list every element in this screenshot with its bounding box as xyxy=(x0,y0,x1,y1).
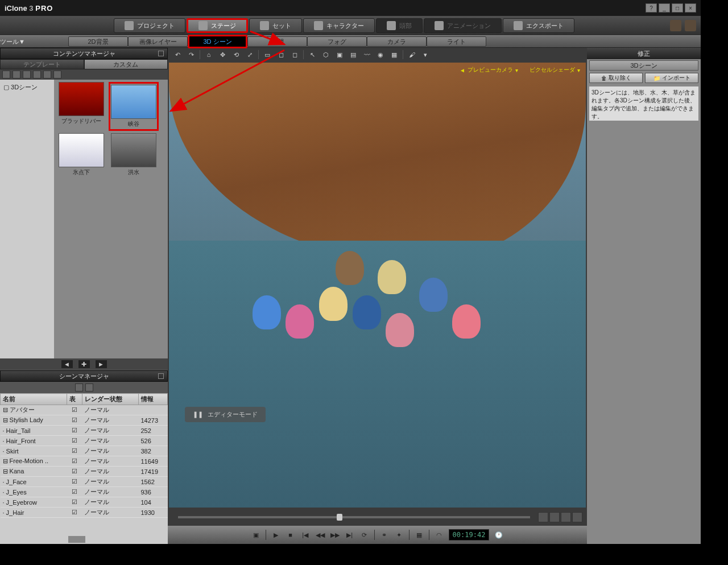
rotate-icon[interactable]: ⟲ xyxy=(231,50,241,60)
select-icon[interactable]: ▭ xyxy=(262,50,272,60)
table-row[interactable]: · J_Face☑ノーマル1562 xyxy=(1,477,168,487)
help-button[interactable]: ? xyxy=(646,3,657,13)
table-row[interactable]: · Skirt☑ノーマル382 xyxy=(1,446,168,456)
remove-button[interactable]: 🗑 取り除く xyxy=(589,73,643,83)
camera-icon[interactable]: ◠ xyxy=(434,530,444,540)
sm-toolbar-btn[interactable] xyxy=(85,383,93,391)
visibility-checkbox[interactable]: ☑ xyxy=(67,426,82,436)
main-tab-1[interactable]: ステージ xyxy=(187,18,248,33)
visibility-checkbox[interactable]: ☑ xyxy=(67,497,82,508)
h-scrollbar[interactable] xyxy=(0,535,168,544)
tool-icon[interactable]: ▤ xyxy=(348,50,358,60)
last-icon[interactable]: ▶| xyxy=(345,530,355,540)
pick-icon[interactable]: ↖ xyxy=(307,50,317,60)
sub-tab-3[interactable]: 空間 xyxy=(247,36,307,47)
column-header[interactable]: 表 xyxy=(67,394,82,405)
scale-icon[interactable]: ⤢ xyxy=(245,50,255,60)
add-button[interactable]: ✚ xyxy=(78,360,90,368)
cm-tab-1[interactable]: カスタム xyxy=(84,59,168,69)
table-row[interactable]: · Hair_Front☑ノーマル526 xyxy=(1,436,168,446)
table-row[interactable]: ⊟ Kana☑ノーマル17419 xyxy=(1,467,168,477)
play-icon[interactable]: ▶ xyxy=(271,530,281,540)
stop-icon[interactable]: ■ xyxy=(286,530,296,540)
thumbnail-3[interactable]: 洪水 xyxy=(109,133,159,176)
sub-tab-0[interactable]: 2D背景 xyxy=(68,36,128,47)
cm-tab-0[interactable]: テンプレート xyxy=(0,59,84,69)
tree-item-3dscene[interactable]: ▢ 3Dシーン xyxy=(2,82,52,93)
import-button[interactable]: 📁 インポート xyxy=(645,73,698,83)
timeline[interactable] xyxy=(168,509,587,526)
move-icon[interactable]: ✥ xyxy=(217,50,228,60)
visibility-checkbox[interactable]: ☑ xyxy=(67,405,82,415)
table-row[interactable]: · J_Hair☑ノーマル1930 xyxy=(1,508,168,518)
visibility-checkbox[interactable]: ☑ xyxy=(67,456,82,467)
main-tab-4[interactable]: 頭部 xyxy=(376,18,423,33)
main-tab-6[interactable]: エクスポート xyxy=(503,18,574,33)
tl-btn[interactable] xyxy=(538,512,548,522)
tl-btn[interactable] xyxy=(561,512,571,522)
tool-icon[interactable]: ▦ xyxy=(389,50,399,60)
visibility-checkbox[interactable]: ☑ xyxy=(67,487,82,497)
first-icon[interactable]: |◀ xyxy=(300,530,311,540)
forward-icon[interactable]: ▶▶ xyxy=(330,530,340,540)
tl-btn[interactable] xyxy=(549,512,560,522)
rewind-icon[interactable]: ◀◀ xyxy=(315,530,325,540)
close-button[interactable]: × xyxy=(685,3,696,13)
tool-icon[interactable]: ◻ xyxy=(276,50,286,60)
column-header[interactable]: 情報 xyxy=(138,394,167,405)
main-tab-0[interactable]: プロジェクト xyxy=(114,18,185,33)
toolbar-btn[interactable] xyxy=(53,71,61,79)
thumbnail-0[interactable]: ブラッドリバー xyxy=(56,82,106,131)
table-row[interactable]: ⊟ Free-Motion ..☑ノーマル11649 xyxy=(1,456,168,467)
visibility-checkbox[interactable]: ☑ xyxy=(67,415,82,426)
table-row[interactable]: ⊟ アバター☑ノーマル xyxy=(1,405,168,415)
tool-icon[interactable]: ▣ xyxy=(334,50,345,60)
brush-icon[interactable]: 🖌 xyxy=(407,50,417,60)
layout-icon[interactable]: ▦ xyxy=(414,530,424,540)
record-icon[interactable]: ▣ xyxy=(251,530,261,540)
toolbar-btn[interactable] xyxy=(43,71,51,79)
timeline-slider[interactable] xyxy=(178,516,530,518)
column-header[interactable]: レンダー状態 xyxy=(82,394,138,405)
camera-label[interactable]: ◄ プレビューカメラ ▾ xyxy=(460,66,518,74)
visibility-checkbox[interactable]: ☑ xyxy=(67,446,82,456)
sub-tab-2[interactable]: 3D シーン xyxy=(188,35,247,48)
thumbnail-1[interactable]: 峡谷 xyxy=(109,82,159,131)
visibility-checkbox[interactable]: ☑ xyxy=(67,508,82,518)
table-row[interactable]: · J_Eyes☑ノーマル936 xyxy=(1,487,168,497)
content-tree[interactable]: ▢ 3Dシーン xyxy=(0,80,54,358)
clock-icon[interactable]: 🕐 xyxy=(494,530,504,540)
3d-viewport[interactable]: ◄ プレビューカメラ ▾ ピクセルシェーダ ▾ ❚❚ エディターモード xyxy=(169,63,586,508)
timeline-handle[interactable] xyxy=(337,514,342,521)
shader-label[interactable]: ピクセルシェーダ ▾ xyxy=(530,66,580,74)
sub-tab-4[interactable]: フォグ xyxy=(307,36,367,47)
tl-btn[interactable] xyxy=(572,512,582,522)
sm-toolbar-btn[interactable] xyxy=(75,383,83,391)
sub-tab-5[interactable]: カメラ xyxy=(367,36,427,47)
visibility-checkbox[interactable]: ☑ xyxy=(67,436,82,446)
marketplace-icon[interactable] xyxy=(670,20,681,31)
redo-icon[interactable]: ↷ xyxy=(186,50,196,60)
main-tab-5[interactable]: アニメーション xyxy=(424,18,502,33)
dropdown-icon[interactable]: ▾ xyxy=(420,50,431,60)
editor-mode-badge[interactable]: ❚❚ エディターモード xyxy=(185,407,266,422)
link-icon[interactable]: ⚭ xyxy=(379,530,390,540)
home-icon[interactable]: ⌂ xyxy=(204,50,214,60)
toolbar-btn[interactable] xyxy=(23,71,31,79)
prev-page-button[interactable]: ◄ xyxy=(61,360,73,368)
tool-icon[interactable]: 〰 xyxy=(362,50,372,60)
toolbar-btn[interactable] xyxy=(2,71,10,79)
tools-icon[interactable] xyxy=(685,20,696,31)
scene-tree-table[interactable]: 名前表レンダー状態情報⊟ アバター☑ノーマル⊟ Stylish Lady☑ノーマ… xyxy=(0,393,168,535)
loop-icon[interactable]: ⟳ xyxy=(359,530,370,540)
tool-icon[interactable]: ◻ xyxy=(289,50,300,60)
collapse-icon[interactable] xyxy=(158,373,164,379)
toolbar-btn[interactable] xyxy=(33,71,41,79)
main-tab-3[interactable]: キャラクター xyxy=(303,18,375,33)
toolbar-btn[interactable] xyxy=(13,71,20,79)
main-tab-2[interactable]: セット xyxy=(249,18,302,33)
table-row[interactable]: · Hair_Tail☑ノーマル252 xyxy=(1,426,168,436)
table-row[interactable]: ⊟ Stylish Lady☑ノーマル14273 xyxy=(1,415,168,426)
sub-tab-1[interactable]: 画像レイヤー xyxy=(128,36,188,47)
thumbnail-2[interactable]: 氷点下 xyxy=(56,133,106,176)
